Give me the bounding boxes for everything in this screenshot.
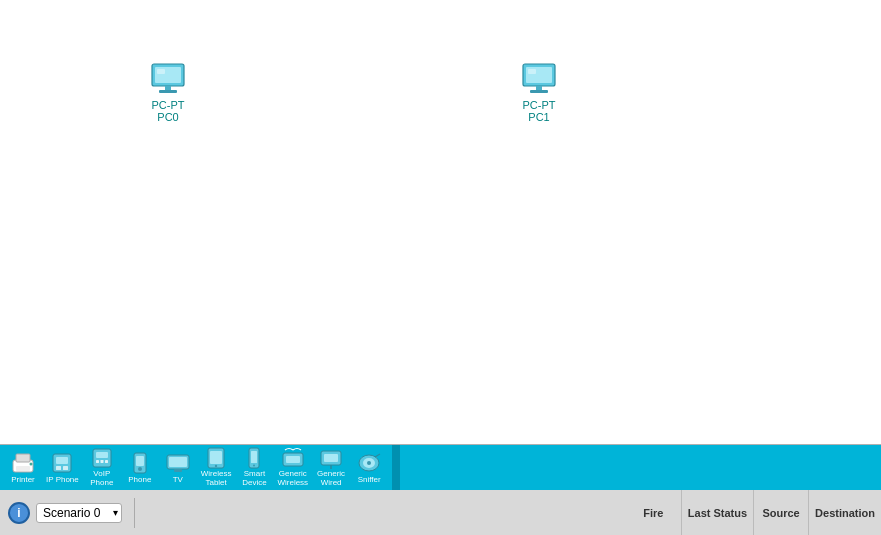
- toolbar-wireless-tablet[interactable]: Wireless Tablet: [197, 445, 236, 490]
- generic-wireless-label: Generic Wireless: [277, 470, 308, 488]
- printer-label: Printer: [11, 475, 35, 484]
- svg-point-25: [138, 467, 142, 471]
- pc0-name-label: PC0: [157, 111, 178, 123]
- toolbar-generic-wired[interactable]: Generic Wired: [312, 445, 350, 490]
- tv-label: TV: [173, 475, 183, 484]
- voip-phone-icon: [88, 447, 116, 469]
- svg-rect-3: [159, 90, 177, 93]
- phone-icon: [126, 452, 154, 474]
- info-bar-columns: Fire Last Status Source Destination: [626, 490, 881, 535]
- pc1-name-label: PC1: [528, 111, 549, 123]
- smart-device-label: Smart Device: [242, 470, 266, 488]
- generic-wired-label: Generic Wired: [317, 470, 345, 488]
- bottom-panel: Printer IP Phone VoIP Phone: [0, 445, 881, 535]
- svg-point-13: [30, 462, 33, 465]
- generic-wireless-icon: [279, 447, 307, 469]
- svg-rect-9: [528, 69, 536, 74]
- svg-rect-27: [169, 457, 187, 467]
- info-bar: i Scenario 0 Scenario 1 Scenario 2 Fire …: [0, 490, 881, 535]
- device-toolbar: Printer IP Phone VoIP Phone: [0, 445, 881, 490]
- scenario-select[interactable]: Scenario 0 Scenario 1 Scenario 2: [36, 503, 122, 523]
- ip-phone-label: IP Phone: [46, 475, 79, 484]
- svg-rect-20: [96, 460, 99, 463]
- svg-rect-21: [100, 460, 103, 463]
- printer-icon: [9, 452, 37, 474]
- svg-rect-33: [251, 451, 257, 463]
- destination-label: Destination: [815, 507, 875, 519]
- toolbar-generic-wireless[interactable]: Generic Wireless: [273, 445, 312, 490]
- svg-rect-7: [536, 86, 542, 90]
- scenario-area: i Scenario 0 Scenario 1 Scenario 2: [0, 502, 130, 524]
- toolbar-tv[interactable]: TV: [159, 450, 197, 486]
- pc1-icon: [519, 62, 559, 97]
- pc0-icon: [148, 62, 188, 97]
- svg-rect-36: [286, 456, 300, 463]
- svg-rect-8: [530, 90, 548, 93]
- svg-rect-4: [157, 69, 165, 74]
- phone-label: Phone: [128, 475, 151, 484]
- svg-rect-17: [63, 466, 68, 470]
- svg-rect-24: [136, 456, 144, 466]
- toolbar-mid-divider: [392, 445, 400, 490]
- svg-rect-38: [324, 454, 338, 462]
- device-pc0[interactable]: PC-PT PC0: [148, 62, 188, 123]
- svg-rect-2: [165, 86, 171, 90]
- fire-label: Fire: [643, 507, 663, 519]
- device-pc1[interactable]: PC-PT PC1: [519, 62, 559, 123]
- info-col-last-status: Last Status: [681, 490, 753, 535]
- svg-point-34: [253, 465, 255, 467]
- pc0-type-label: PC-PT: [152, 99, 185, 111]
- toolbar-sniffer[interactable]: Sniffer: [350, 450, 388, 486]
- svg-rect-16: [56, 466, 61, 470]
- toolbar-ip-phone[interactable]: IP Phone: [42, 450, 83, 486]
- wireless-tablet-icon: [202, 447, 230, 469]
- wireless-tablet-label: Wireless Tablet: [201, 470, 232, 488]
- toolbar-smart-device[interactable]: Smart Device: [235, 445, 273, 490]
- svg-line-43: [375, 454, 380, 457]
- last-status-label: Last Status: [688, 507, 747, 519]
- smart-device-icon: [240, 447, 268, 469]
- toolbar-phone[interactable]: Phone: [121, 450, 159, 486]
- voip-phone-label: VoIP Phone: [90, 470, 113, 488]
- svg-rect-19: [96, 452, 108, 458]
- svg-rect-15: [56, 457, 68, 464]
- info-col-destination: Destination: [808, 490, 881, 535]
- svg-point-42: [367, 461, 371, 465]
- svg-rect-11: [16, 454, 30, 462]
- svg-rect-22: [105, 460, 108, 463]
- svg-rect-12: [16, 466, 30, 471]
- info-col-fire: Fire: [626, 490, 681, 535]
- ip-phone-icon: [48, 452, 76, 474]
- sniffer-label: Sniffer: [358, 475, 381, 484]
- info-bar-left-divider: [134, 498, 135, 528]
- sniffer-icon: [355, 452, 383, 474]
- toolbar-printer[interactable]: Printer: [4, 450, 42, 486]
- toolbar-voip-phone[interactable]: VoIP Phone: [83, 445, 121, 490]
- generic-wired-icon: [317, 447, 345, 469]
- svg-rect-30: [210, 451, 222, 464]
- source-label: Source: [762, 507, 799, 519]
- scenario-select-wrap[interactable]: Scenario 0 Scenario 1 Scenario 2: [36, 503, 122, 523]
- svg-rect-28: [174, 469, 182, 472]
- scenario-badge: i: [8, 502, 30, 524]
- tv-icon: [164, 452, 192, 474]
- info-col-source: Source: [753, 490, 808, 535]
- pc1-type-label: PC-PT: [523, 99, 556, 111]
- network-canvas[interactable]: PC-PT PC0 PC-PT PC1: [0, 0, 881, 445]
- svg-point-31: [215, 465, 217, 467]
